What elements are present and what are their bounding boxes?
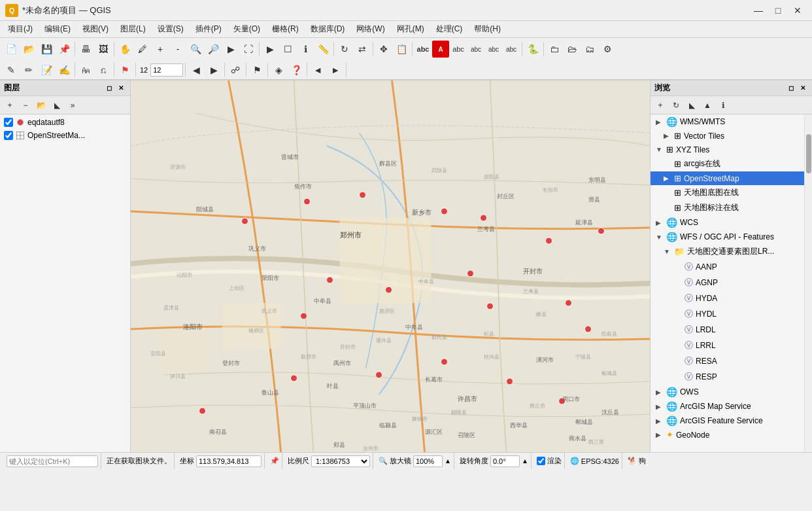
browser-item-hydl[interactable]: ▶ ⓥ HYDL	[651, 306, 804, 322]
browser-item-wcs[interactable]: ▶ 🌐 WCS	[651, 215, 804, 230]
zoom-rubber-button[interactable]: 🔍	[187, 41, 204, 58]
db4-button[interactable]: ⚙	[599, 41, 616, 58]
render-checkbox[interactable]	[537, 457, 545, 465]
layer-item-eqdatautf8[interactable]: eqdatautf8	[1, 116, 129, 129]
cursor-button[interactable]: ✥	[375, 41, 392, 58]
browser-item-agnp[interactable]: ▶ ⓥ AGNP	[651, 275, 804, 291]
edit3-button[interactable]: 📝	[38, 62, 55, 79]
menu-database[interactable]: 数据库(D)	[305, 22, 350, 36]
map-tip-button[interactable]: ⚑	[248, 62, 265, 79]
browser-collapse-button[interactable]: ▲	[700, 98, 715, 113]
label4-button[interactable]: abc	[467, 41, 484, 58]
menu-raster[interactable]: 栅格(R)	[267, 22, 304, 36]
more-layers-button[interactable]: »	[65, 98, 80, 113]
rotation-input[interactable]	[490, 455, 520, 467]
undo-button[interactable]: ⎌	[95, 62, 112, 79]
qgis-button[interactable]: ◈	[270, 62, 287, 79]
label-button[interactable]: abc	[414, 41, 431, 58]
edit-button[interactable]: ✎	[3, 62, 20, 79]
nav-left-button[interactable]: ◄	[309, 62, 326, 79]
crs-label[interactable]: EPSG:4326	[581, 457, 619, 465]
tip-button[interactable]: 📋	[393, 41, 410, 58]
browser-scroll-thumb[interactable]	[806, 134, 811, 173]
tile-button[interactable]: ⇄	[354, 41, 371, 58]
browser-item-tianditu1[interactable]: ▶ ⊞ 天地图底图在线	[651, 185, 804, 200]
label2-button[interactable]: A	[432, 41, 449, 58]
python-button[interactable]: 🐍	[524, 41, 541, 58]
menu-layer[interactable]: 图层(L)	[115, 22, 151, 36]
layer-checkbox-eqdatautf8[interactable]	[4, 118, 13, 127]
browser-add-button[interactable]: +	[653, 98, 668, 113]
edit2-button[interactable]: ✏	[20, 62, 37, 79]
minimize-button[interactable]: —	[749, 4, 768, 17]
zoom-full-button[interactable]: ⛶	[240, 41, 257, 58]
label6-button[interactable]: abc	[503, 41, 520, 58]
browser-panel-close-button[interactable]: ✕	[798, 83, 808, 94]
browser-item-tianditu2[interactable]: ▶ ⊞ 天地图标注在线	[651, 200, 804, 215]
nav-right-button[interactable]: ►	[327, 62, 344, 79]
open-button[interactable]: 📂	[20, 41, 37, 58]
layers-panel-close-button[interactable]: ✕	[116, 83, 126, 94]
menu-view[interactable]: 视图(V)	[77, 22, 114, 36]
remove-layer-button[interactable]: −	[18, 98, 33, 113]
zoom-select-button[interactable]: 🔎	[205, 41, 222, 58]
refresh-button[interactable]: ↻	[336, 41, 353, 58]
browser-item-osm[interactable]: ▶ ⊞ OpenStreetMap	[651, 171, 804, 185]
help-button[interactable]: ❓	[288, 62, 305, 79]
browser-item-geonode[interactable]: ▶ ✦ GeoNode	[651, 428, 804, 442]
browser-item-wms[interactable]: ▶ 🌐 WMS/WMTS	[651, 115, 804, 129]
menu-vector[interactable]: 矢量(O)	[228, 22, 265, 36]
add-layer-button[interactable]: +	[3, 98, 17, 113]
zoom-in-button[interactable]: +	[152, 41, 169, 58]
pan-map-button[interactable]: 🖉	[134, 41, 151, 58]
save-button[interactable]: 💾	[38, 41, 55, 58]
pan-button[interactable]: ✋	[116, 41, 133, 58]
browser-item-hyda[interactable]: ▶ ⓥ HYDA	[651, 291, 804, 306]
edit4-button[interactable]: ✍	[56, 62, 73, 79]
layer-item-openstreetmap[interactable]: OpenStreetMa...	[1, 129, 129, 142]
new-button[interactable]: 📄	[3, 41, 20, 58]
menu-settings[interactable]: 设置(S)	[152, 22, 189, 36]
browser-info-button[interactable]: ℹ	[716, 98, 730, 113]
menu-processing[interactable]: 处理(C)	[431, 22, 468, 36]
pan-select-button[interactable]: ▶	[222, 41, 239, 58]
open-layer-button[interactable]: 📂	[34, 98, 48, 113]
browser-filter-button[interactable]: ◣	[685, 98, 699, 113]
browser-item-arcgis[interactable]: ▶ ⊞ arcgis在线	[651, 156, 804, 171]
db-button[interactable]: 🗀	[546, 41, 563, 58]
select-button[interactable]: ▶	[262, 41, 279, 58]
zoom-input[interactable]	[413, 455, 443, 467]
print-button[interactable]: 🖶	[77, 41, 94, 58]
location-input[interactable]	[7, 455, 98, 467]
measure-button[interactable]: 📏	[314, 41, 331, 58]
zoom-stepper-up[interactable]: ▲	[445, 457, 451, 465]
db2-button[interactable]: 🗁	[564, 41, 581, 58]
menu-mesh[interactable]: 网孔(M)	[392, 22, 430, 36]
chain-button[interactable]: ☍	[227, 62, 244, 79]
filter-layer-button[interactable]: ◣	[50, 98, 64, 113]
arrow1-button[interactable]: ◀	[188, 62, 205, 79]
save-as-button[interactable]: 📌	[56, 41, 73, 58]
browser-item-resa[interactable]: ▶ ⓥ RESA	[651, 353, 804, 369]
maximize-button[interactable]: □	[769, 4, 787, 17]
browser-item-wfs[interactable]: ▼ 🌐 WFS / OGC API - Features	[651, 230, 804, 244]
label3-button[interactable]: abc	[450, 41, 467, 58]
menu-plugins[interactable]: 插件(P)	[190, 22, 227, 36]
browser-panel-float-button[interactable]: ◻	[786, 83, 796, 94]
layer-checkbox-openstreetmap[interactable]	[4, 131, 13, 140]
menu-project[interactable]: 项目(J)	[3, 22, 38, 36]
menu-web[interactable]: 网络(W)	[351, 22, 390, 36]
db3-button[interactable]: 🗂	[581, 41, 598, 58]
identify-button[interactable]: ℹ	[297, 41, 314, 58]
label5-button[interactable]: abc	[485, 41, 502, 58]
browser-scrollbar[interactable]	[804, 115, 812, 452]
menu-help[interactable]: 帮助(H)	[469, 22, 506, 36]
menu-edit[interactable]: 编辑(E)	[39, 22, 76, 36]
map-canvas[interactable]: 郑州市 新乡市 开封市 洛阳市 焦作市 巩义市 中牟县 中年县 许昌市 平顶山市…	[131, 80, 650, 452]
browser-item-arcgis-feature[interactable]: ▶ 🌐 ArcGIS Feature Service	[651, 414, 804, 428]
deselect-button[interactable]: ☐	[279, 41, 296, 58]
close-button[interactable]: ✕	[788, 4, 807, 17]
browser-item-lrrl[interactable]: ▶ ⓥ LRRL	[651, 338, 804, 353]
zoom-out-button[interactable]: -	[169, 41, 186, 58]
layers-panel-float-button[interactable]: ◻	[104, 83, 114, 94]
